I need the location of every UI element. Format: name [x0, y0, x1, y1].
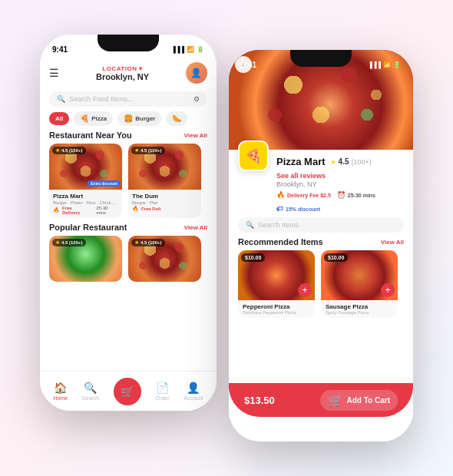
nav-search[interactable]: 🔍 Search — [82, 382, 99, 401]
account-icon: 👤 — [187, 382, 200, 394]
home-icon: 🏠 — [54, 382, 67, 394]
rest-header-info: Pizza Mart ★ 4.5 (100+) See all reviews … — [276, 156, 404, 213]
free-delivery-label: Free Delivery — [62, 206, 91, 215]
location-name: Brooklyn, NY — [96, 72, 149, 81]
filter-icon[interactable]: ⚙ — [193, 95, 200, 103]
the-dum-image: ★ 4.5 (100+) — [128, 144, 201, 190]
nav-search-label: Search — [82, 395, 99, 401]
popular-section-header: Popular Restaurant View All — [49, 223, 207, 232]
pepperoni-info: Pepperoni Pizza Delicious Pepperoni Pizz… — [238, 300, 315, 318]
restaurant-logo: 🍕 — [238, 140, 269, 171]
pizza-mart-desc: Burger · Plater · Rice · Chickens — [53, 200, 118, 205]
category-burger[interactable]: 🍔 Burger — [117, 111, 161, 126]
hamburger-menu-icon[interactable]: ☰ — [49, 67, 59, 79]
the-dum-meta: 🔥 Free Deli — [132, 206, 197, 212]
pepperoni-image: $10.00 + — [238, 250, 315, 300]
popular-card-1[interactable]: ★ 4.5 (100+) — [49, 236, 122, 282]
nav-account-label: Account — [184, 395, 203, 401]
categories-row: All 🍕 Pizza 🍔 Burger 🌭 — [49, 111, 207, 126]
pizza-mart-meta: 🔥 Free Delivery · 25-30 mins — [53, 206, 118, 215]
pepperoni-desc: Delicious Pepperoni Pizza — [243, 310, 310, 315]
discount-badge: Extra discount — [88, 180, 121, 187]
left-phone: 9:41 ▐▐▐ 📶 🔋 ☰ LOCATION ▾ Brooklyn, NY 👤… — [40, 35, 217, 411]
pizza-mart-name: Pizza Mart — [53, 193, 118, 200]
status-time-left: 9:41 — [52, 45, 68, 54]
restaurant-card-the-dum[interactable]: ★ 4.5 (100+) The Dum Burger · Plat 🔥 Fre… — [128, 144, 201, 218]
recommended-view-all[interactable]: View All — [381, 239, 404, 246]
pepperoni-name: Pepperoni Pizza — [243, 303, 310, 310]
the-dum-info: The Dum Burger · Plat 🔥 Free Deli — [128, 190, 201, 215]
search-bar[interactable]: 🔍 Search Food Items... ⚙ — [49, 91, 207, 107]
status-icons-right: ▐▐▐ 📶 🔋 — [368, 61, 401, 68]
popular-img-2: ★ 4.5 (100+) — [128, 236, 201, 282]
add-to-cart-button[interactable]: 🛒 Add To Cart — [320, 390, 398, 411]
search-bar-right[interactable]: 🔍 Search Items — [238, 217, 404, 233]
popular-rating-1: ★ 4.5 (100+) — [52, 239, 86, 246]
category-pizza[interactable]: 🍕 Pizza — [74, 111, 113, 126]
add-sausage-btn[interactable]: + — [381, 283, 395, 297]
recommended-title: Recommended Items — [238, 237, 323, 246]
the-dum-rating-badge: ★ 4.5 (100+) — [131, 147, 165, 154]
popular-img-1: ★ 4.5 (100+) — [49, 236, 122, 282]
bottom-cart-bar: $13.50 🛒 Add To Cart — [229, 383, 413, 417]
cart-price: $13.50 — [244, 395, 275, 406]
status-time-right: 9:41 — [241, 61, 256, 69]
popular-title: Popular Restaurant — [49, 223, 127, 232]
restaurant-detail: 🍕 Pizza Mart ★ 4.5 (100+) See all review… — [229, 150, 413, 324]
rest-header-row: 🍕 Pizza Mart ★ 4.5 (100+) See all review… — [238, 156, 404, 213]
nearby-restaurants-grid: ★ 4.5 (100+) Extra discount Pizza Mart B… — [49, 144, 207, 218]
rest-name-big: Pizza Mart — [276, 156, 326, 167]
delivery-fee-chip: 🔥 Delivery Fee $2.5 — [276, 191, 331, 199]
the-dum-delivery: Free Deli — [141, 207, 160, 211]
status-icons-left: ▐▐▐ 📶 🔋 — [171, 46, 204, 53]
pizza-mart-info: Pizza Mart Burger · Plater · Rice · Chic… — [49, 190, 122, 218]
right-phone: 9:41 ▐▐▐ 📶 🔋 ‹ 🍕 Pizza Mart — [229, 50, 413, 441]
nearby-view-all[interactable]: View All — [184, 132, 207, 139]
avatar[interactable]: 👤 — [186, 62, 207, 84]
pizza-mart-rating-badge: ★ 4.5 (100+) — [52, 147, 86, 154]
right-phone-content: ‹ 🍕 Pizza Mart ★ 4.5 (100+) — [229, 50, 413, 417]
category-all[interactable]: All — [49, 112, 69, 125]
nearby-title: Restaurant Near You — [49, 131, 132, 140]
sausage-price: $10.00 — [324, 253, 348, 262]
location-center[interactable]: LOCATION ▾ Brooklyn, NY — [96, 65, 149, 81]
category-hotdog[interactable]: 🌭 — [166, 111, 187, 126]
rest-rating-row: ★ 4.5 (100+) — [330, 157, 372, 166]
nav-account[interactable]: 👤 Account — [184, 382, 203, 401]
search-items-icon: 🔍 — [246, 221, 254, 229]
nav-order[interactable]: 📄 Order — [156, 382, 170, 401]
nav-cart[interactable]: 🛒 — [114, 378, 141, 405]
recommended-header: Recommended Items View All — [238, 237, 404, 246]
search-icon: 🔍 — [57, 95, 65, 103]
discount-chip: 🏷 15% discount — [276, 205, 320, 213]
delivery-icon: 🔥 — [276, 191, 285, 199]
fire-icon-2: 🔥 — [132, 206, 139, 212]
time-icon: ⏰ — [337, 191, 346, 199]
rest-rating-num: 4.5 — [339, 157, 349, 166]
search-items-placeholder: Search Items — [258, 221, 396, 229]
nav-order-label: Order — [156, 395, 170, 401]
popular-view-all[interactable]: View All — [184, 224, 207, 231]
search-nav-icon: 🔍 — [84, 382, 97, 394]
add-pepperoni-btn[interactable]: + — [298, 283, 312, 297]
sausage-name: Sausage Pizza — [326, 303, 393, 310]
sausage-info: Sausage Pizza Spicy Sausage Pizza — [321, 300, 398, 318]
restaurant-card-pizza-mart[interactable]: ★ 4.5 (100+) Extra discount Pizza Mart B… — [49, 144, 122, 218]
sausage-image: $10.00 + — [321, 250, 398, 300]
location-label: LOCATION ▾ — [96, 65, 149, 72]
rest-name-row: Pizza Mart ★ 4.5 (100+) See all reviews — [276, 156, 404, 180]
the-dum-desc: Burger · Plat — [132, 200, 197, 205]
see-reviews-link[interactable]: See all reviews — [276, 172, 326, 180]
cart-icon: 🛒 — [121, 385, 134, 398]
star-icon: ★ — [330, 158, 336, 166]
cart-button[interactable]: 🛒 — [114, 378, 141, 405]
add-to-cart-label: Add To Cart — [347, 396, 390, 405]
item-card-sausage[interactable]: $10.00 + Sausage Pizza Spicy Sausage Piz… — [321, 250, 398, 318]
order-icon: 📄 — [156, 382, 169, 394]
nearby-section-header: Restaurant Near You View All — [49, 131, 207, 140]
item-card-pepperoni[interactable]: $10.00 + Pepperoni Pizza Delicious Peppe… — [238, 250, 315, 318]
notch-right — [290, 50, 352, 67]
nav-home[interactable]: 🏠 Home — [53, 382, 68, 401]
phones-container: 9:41 ▐▐▐ 📶 🔋 ☰ LOCATION ▾ Brooklyn, NY 👤… — [40, 35, 413, 441]
popular-card-2[interactable]: ★ 4.5 (100+) — [128, 236, 201, 282]
